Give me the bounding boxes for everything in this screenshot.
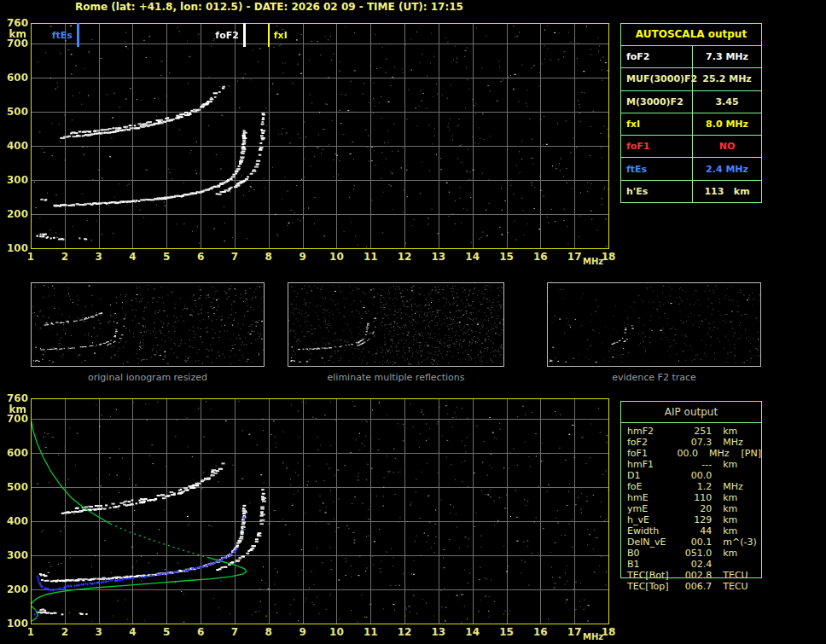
thumbnail-original-ionogram (31, 282, 265, 367)
aip-row-hve: h_vE129km (627, 514, 761, 525)
aip-row-b1: B102.4 (627, 559, 761, 570)
aip-output-table: AIP output hmF2251km foF207.3MHz foF100.… (620, 401, 762, 578)
table-row-hes: h'Es 113 km (621, 181, 761, 202)
marker-ftes-label: ftEs (42, 30, 73, 41)
y-tick-label: 300 (0, 174, 28, 186)
x-tick-label: 8 (259, 251, 279, 263)
x-tick-label: 14 (462, 251, 483, 263)
autoscala-table-header: AUTOSCALA output (621, 24, 761, 46)
x-tick-label: 4 (122, 626, 143, 638)
y-tick-label: 500 (0, 106, 28, 118)
aip-row-yme: ymE20km (627, 503, 761, 514)
aip-table-header: AIP output (621, 402, 761, 423)
marker-fof2-line (243, 23, 246, 47)
station-date-time-title: Rome (lat: +41.8, lon: 012.5) - DATE: 20… (75, 1, 463, 13)
table-row-muf3000f2: MUF(3000)F2 25.2 MHz (621, 68, 761, 90)
x-tick-label: 11 (360, 251, 381, 263)
x-tick-label: 16 (530, 626, 550, 638)
y-tick-label: 760 (0, 17, 28, 29)
marker-fxi-label: fxI (274, 30, 288, 41)
x-tick-label: 13 (428, 626, 449, 638)
table-row-m3000f2: M(3000)F2 3.45 (621, 91, 761, 113)
x-tick-label: 4 (122, 251, 143, 263)
x-axis-unit-label: MHz (583, 257, 603, 266)
x-tick-label: 8 (259, 626, 279, 638)
aip-row-delnve: DelN_vE00.1m^(-3) (627, 537, 761, 548)
y-tick-label: 600 (0, 447, 28, 459)
x-tick-label: 17 (564, 626, 585, 638)
autoscala-output-table: AUTOSCALA output foF2 7.3 MHz MUF(3000)F… (620, 23, 762, 203)
fof2-value: 7.3 MHz (693, 46, 761, 67)
x-tick-label: 17 (564, 251, 585, 263)
x-axis-unit-label: MHz (583, 632, 603, 641)
aip-table-rows: hmF2251km foF207.3MHz foF100.0MHz[PN] hm… (621, 423, 761, 592)
x-tick-label: 16 (530, 251, 550, 263)
aip-row-fof2: foF207.3MHz (627, 437, 761, 448)
x-tick-label: 9 (293, 251, 313, 263)
x-tick-label: 12 (394, 626, 415, 638)
m3000f2-label: M(3000)F2 (621, 91, 693, 113)
aip-row-fof1: foF100.0MHz[PN] (627, 448, 761, 459)
aip-row-hmf2: hmF2251km (627, 426, 761, 437)
marker-fof2-label: foF2 (208, 30, 239, 41)
fof1-label: foF1 (621, 136, 693, 157)
table-row-fxi: fxI 8.0 MHz (621, 113, 761, 136)
x-tick-label: 15 (497, 251, 517, 263)
x-tick-label: 1 (20, 251, 41, 263)
x-tick-label: 2 (55, 251, 75, 263)
thumbnail-evidence-f2-trace (547, 282, 761, 367)
y-tick-label: 300 (0, 549, 28, 561)
table-row-fof2: foF2 7.3 MHz (621, 46, 761, 68)
thumbnail-eliminate-reflections (288, 282, 504, 367)
marker-fxi-line (268, 23, 270, 47)
hes-value: 113 km (693, 181, 761, 202)
x-tick-label: 7 (224, 251, 245, 263)
y-tick-label: 400 (0, 515, 28, 527)
muf3000f2-value: 25.2 MHz (693, 68, 761, 90)
fof1-value: NO (693, 136, 761, 157)
x-tick-label: 10 (326, 251, 346, 263)
x-tick-label: 10 (326, 626, 346, 638)
thumbnail-label-evidence: evidence F2 trace (547, 372, 761, 383)
aip-row-tecbot: TEC[Bot]002.8TECU (627, 570, 761, 581)
muf3000f2-label: MUF(3000)F2 (621, 68, 693, 90)
ftes-label: ftEs (621, 158, 693, 179)
y-tick-label: 500 (0, 481, 28, 493)
x-tick-label: 15 (497, 626, 517, 638)
hes-label: h'Es (621, 181, 693, 202)
x-tick-label: 9 (293, 626, 313, 638)
y-tick-label: 600 (0, 72, 28, 84)
y-axis-unit-label: km (0, 28, 26, 40)
x-tick-label: 5 (156, 626, 177, 638)
bottom-ionogram-profile-canvas (31, 398, 609, 624)
x-tick-label: 3 (89, 251, 109, 263)
aip-row-foe: foE1.2MHz (627, 481, 761, 492)
thumbnail-label-eliminate: eliminate multiple reflections (288, 372, 504, 383)
x-tick-label: 14 (462, 626, 483, 638)
x-tick-label: 6 (190, 626, 211, 638)
marker-ftes-line (77, 23, 79, 47)
ftes-value: 2.4 MHz (693, 158, 761, 179)
m3000f2-value: 3.45 (693, 91, 761, 113)
x-tick-label: 13 (428, 251, 449, 263)
thumbnail-label-original: original ionogram resized (31, 372, 265, 383)
x-tick-label: 1 (20, 626, 41, 638)
x-tick-label: 12 (394, 251, 415, 263)
fxi-label: fxI (621, 113, 693, 135)
x-tick-label: 2 (55, 626, 75, 638)
x-tick-label: 6 (190, 251, 211, 263)
y-tick-label: 200 (0, 583, 28, 595)
table-row-fof1: foF1 NO (621, 136, 761, 158)
y-tick-label: 400 (0, 140, 28, 152)
y-tick-label: 200 (0, 208, 28, 220)
aip-row-tectop: TEC[Top]006.7TECU (627, 581, 761, 592)
aip-row-ewidth: Ewidth44km (627, 525, 761, 537)
aip-row-hmf1: hmF1---km (627, 459, 761, 470)
table-row-ftes: ftEs 2.4 MHz (621, 158, 761, 180)
aip-row-d1: D100.0 (627, 470, 761, 481)
aip-row-hme: hmE110km (627, 492, 761, 503)
y-tick-label: 760 (0, 392, 28, 404)
fxi-value: 8.0 MHz (693, 113, 761, 135)
x-tick-label: 7 (224, 626, 245, 638)
y-axis-unit-label: km (0, 403, 26, 415)
